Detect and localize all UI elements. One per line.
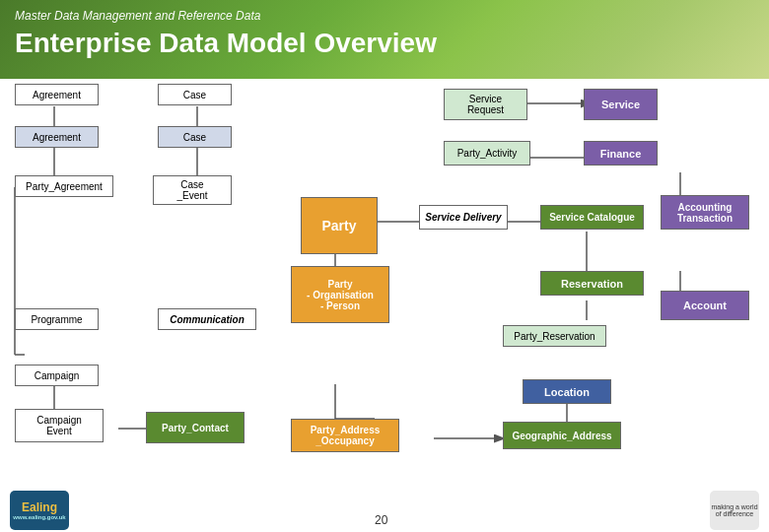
- service-request-box: Service Request: [444, 89, 527, 120]
- accounting-transaction-box: Accounting Transaction: [661, 195, 749, 230]
- geographic-address-box: Geographic_Address: [503, 422, 621, 449]
- campaign-event-box: Campaign Event: [15, 409, 104, 442]
- ealing-logo: Ealing www.ealing.gov.uk: [10, 491, 69, 530]
- header-main-text: Enterprise Data Model Overview: [15, 27, 437, 60]
- diff-logo: making a world of difference: [710, 491, 759, 530]
- header-banner: Master Data Management and Reference Dat…: [0, 0, 769, 79]
- diff-text: making a world of difference: [710, 503, 759, 517]
- party-org-person-box: Party - Organisation - Person: [291, 266, 389, 323]
- page-number: 20: [375, 513, 387, 527]
- service-box: Service: [584, 89, 658, 120]
- programme-box: Programme: [15, 308, 99, 330]
- main-diagram-area: Agreement Agreement Party_Agreement Case…: [0, 79, 769, 532]
- logo-text: Ealing: [22, 500, 57, 514]
- party-activity-box: Party_Activity: [444, 141, 530, 166]
- location-box: Location: [523, 379, 611, 404]
- campaign-box: Campaign: [15, 365, 99, 386]
- case2-box: Case: [158, 126, 232, 148]
- reservation-box: Reservation: [540, 271, 644, 296]
- account-box: Account: [661, 291, 749, 320]
- agreement1-box: Agreement: [15, 84, 99, 105]
- party-agreement-box: Party_Agreement: [15, 175, 113, 197]
- party-box: Party: [301, 197, 378, 254]
- service-delivery-box: Service Delivery: [419, 205, 508, 230]
- header-content: Master Data Management and Reference Dat…: [15, 8, 437, 59]
- party-contact-box: Party_Contact: [146, 412, 245, 443]
- header-top-text: Master Data Management and Reference Dat…: [15, 8, 437, 25]
- agreement2-box: Agreement: [15, 126, 99, 148]
- logo-sub: www.ealing.gov.uk: [13, 514, 65, 520]
- case-event-box: Case _Event: [153, 175, 232, 205]
- communication-box: Communication: [158, 308, 256, 330]
- case1-box: Case: [158, 84, 232, 105]
- service-catalogue-box: Service Catalogue: [540, 205, 644, 230]
- party-address-occupancy-box: Party_Address _Occupancy: [291, 419, 399, 452]
- finance-box: Finance: [584, 141, 658, 166]
- party-reservation-box: Party_Reservation: [503, 325, 606, 347]
